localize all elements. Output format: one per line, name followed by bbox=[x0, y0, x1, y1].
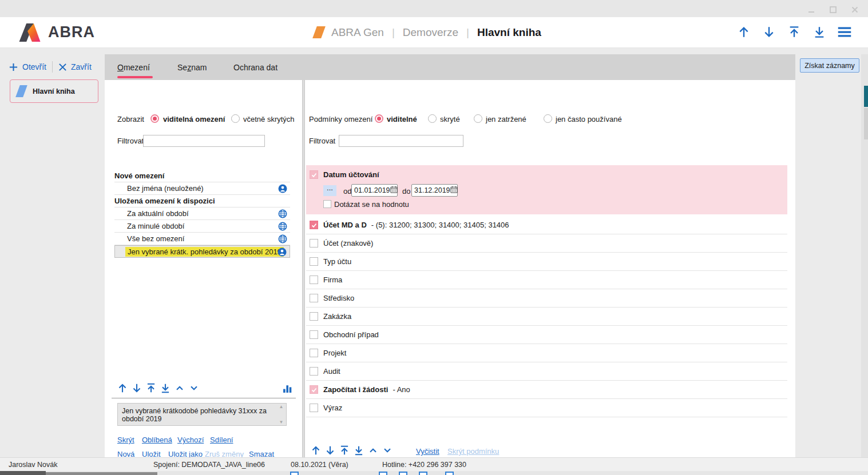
condition-vyraz[interactable]: Výraz bbox=[306, 399, 787, 417]
clear-link[interactable]: Vyčistit bbox=[416, 447, 439, 456]
taskbar-icon bbox=[399, 472, 407, 475]
date-from-input[interactable]: 01.01.2019 bbox=[351, 184, 398, 197]
user-icon bbox=[278, 184, 287, 193]
move-down-icon[interactable] bbox=[324, 444, 336, 457]
list-item-za-minule-obdobi[interactable]: Za minulé období bbox=[114, 220, 290, 233]
checkbox[interactable] bbox=[310, 276, 318, 284]
list-item-za-aktualni-obdobi[interactable]: Za aktuální období bbox=[114, 207, 290, 220]
radio-conditions-hidden[interactable] bbox=[428, 114, 437, 123]
ask-for-value-checkbox[interactable] bbox=[323, 200, 331, 208]
app-flag-icon bbox=[312, 26, 326, 38]
radio-visible-restrictions-label[interactable]: viditelná omezení bbox=[163, 115, 225, 123]
chart-icon[interactable] bbox=[281, 382, 294, 394]
checkbox-checked[interactable] bbox=[310, 170, 318, 179]
checkbox[interactable] bbox=[310, 294, 318, 302]
calendar-icon[interactable] bbox=[390, 186, 398, 195]
condition-typ-uctu[interactable]: Typ účtu bbox=[306, 253, 787, 271]
radio-conditions-frequent-label[interactable]: jen často používané bbox=[556, 115, 622, 123]
move-top-icon[interactable] bbox=[338, 444, 351, 457]
conditions-filter-input[interactable] bbox=[339, 135, 463, 147]
checkbox[interactable] bbox=[310, 330, 318, 339]
list-item-jen-vybrane-pohledavky[interactable]: Jen vybrané krátk. pohledávky za období … bbox=[114, 245, 290, 258]
condition-projekt[interactable]: Projekt bbox=[306, 344, 787, 362]
radio-visible-restrictions[interactable] bbox=[150, 114, 159, 123]
condition-ucet-md-a-d[interactable]: Účet MD a D - (5): 31200; 31300; 31400; … bbox=[306, 216, 787, 234]
sidebar-item-hlavni-kniha[interactable]: Hlavní kniha bbox=[10, 79, 98, 103]
filter-label: Filtrovat bbox=[309, 137, 335, 145]
maximize-icon[interactable] bbox=[827, 3, 839, 16]
move-down-icon[interactable] bbox=[130, 382, 143, 394]
status-connection: Spojení: DEMODATA_JAVA_line06 bbox=[153, 461, 265, 469]
navigate-up-icon[interactable] bbox=[736, 25, 751, 39]
tab-ochrana-dat[interactable]: Ochrana dat bbox=[233, 54, 278, 80]
favorite-link[interactable]: Oblíbená bbox=[142, 436, 172, 444]
restriction-description-box[interactable]: Jen vybrané krátkodobé pohledávky 31xxx … bbox=[117, 403, 287, 426]
get-records-button[interactable]: Získat záznamy bbox=[800, 58, 859, 73]
hide-link[interactable]: Skrýt bbox=[117, 436, 134, 444]
date-to-input[interactable]: 31.12.2019 bbox=[411, 184, 458, 197]
restrictions-filter-input[interactable] bbox=[143, 135, 265, 147]
radio-including-hidden-label[interactable]: včetně skrytých bbox=[243, 115, 295, 123]
radio-conditions-visible-label[interactable]: viditelné bbox=[387, 115, 417, 123]
collapse-icon[interactable] bbox=[173, 382, 186, 394]
minimize-icon[interactable] bbox=[805, 3, 818, 16]
restriction-description: Jen vybrané krátkodobé pohledávky 31xxx … bbox=[122, 407, 276, 423]
move-up-icon[interactable] bbox=[310, 444, 322, 457]
checkbox[interactable] bbox=[310, 367, 318, 376]
move-bottom-icon[interactable] bbox=[159, 382, 172, 394]
scrollbar[interactable]: ▲▼ bbox=[277, 404, 286, 425]
default-link[interactable]: Výchozí bbox=[177, 436, 204, 444]
expand-icon[interactable] bbox=[188, 382, 200, 394]
panel-divider bbox=[302, 80, 305, 457]
close-icon[interactable] bbox=[849, 3, 861, 16]
condition-zapocitat-i-zadosti[interactable]: Započítat i žádosti - Ano bbox=[306, 381, 787, 399]
breadcrumb-separator: | bbox=[466, 26, 469, 39]
sharing-link[interactable]: Sdílení bbox=[210, 436, 233, 444]
condition-stredisko[interactable]: Středisko bbox=[306, 289, 787, 308]
radio-conditions-checked-only-label[interactable]: jen zatržené bbox=[486, 115, 526, 123]
date-range-more-button[interactable]: ... bbox=[323, 185, 336, 196]
move-bottom-icon[interactable] bbox=[352, 444, 365, 457]
filter-label: Filtrovat bbox=[117, 137, 144, 145]
to-label: do bbox=[402, 187, 410, 195]
navigate-down-icon[interactable] bbox=[762, 25, 776, 39]
taskbar-sliver bbox=[0, 471, 868, 475]
condition-firma[interactable]: Firma bbox=[306, 271, 787, 289]
list-item-bez-jmena[interactable]: Bez jména (neuložené) bbox=[114, 182, 290, 195]
checkbox[interactable] bbox=[310, 404, 318, 412]
checkbox[interactable] bbox=[310, 239, 318, 248]
checkbox-checked[interactable] bbox=[310, 385, 318, 394]
menu-icon[interactable] bbox=[837, 25, 852, 39]
collapse-icon[interactable] bbox=[367, 444, 379, 457]
checkbox[interactable] bbox=[310, 349, 318, 357]
checkbox[interactable] bbox=[310, 257, 318, 266]
ask-for-value-label[interactable]: Dotázat se na hodnotu bbox=[334, 200, 409, 209]
calendar-icon[interactable] bbox=[450, 186, 458, 195]
condition-ucet-znakove[interactable]: Účet (znakově) bbox=[306, 234, 787, 253]
checkbox[interactable] bbox=[310, 312, 318, 321]
expand-icon[interactable] bbox=[381, 444, 394, 457]
taskbar-edge bbox=[0, 471, 46, 475]
move-top-icon[interactable] bbox=[145, 382, 157, 394]
date-from-value: 01.01.2019 bbox=[354, 186, 390, 194]
condition-audit[interactable]: Audit bbox=[306, 362, 787, 381]
tab-seznam[interactable]: Seznam bbox=[177, 54, 207, 80]
navigate-top-icon[interactable] bbox=[787, 25, 802, 39]
open-button[interactable]: Otevřít bbox=[9, 62, 46, 72]
radio-including-hidden[interactable] bbox=[231, 114, 240, 123]
close-button-label: Zavřít bbox=[71, 62, 92, 71]
condition-zakazka[interactable]: Zakázka bbox=[306, 308, 787, 326]
user-icon bbox=[278, 248, 287, 257]
abra-logo-icon bbox=[17, 22, 43, 42]
list-item-vse-bez-omezeni[interactable]: Vše bez omezení bbox=[114, 233, 290, 245]
radio-conditions-hidden-label[interactable]: skryté bbox=[440, 115, 460, 123]
radio-conditions-frequent[interactable] bbox=[544, 114, 552, 123]
navigate-bottom-icon[interactable] bbox=[812, 25, 827, 39]
checkbox-checked[interactable] bbox=[310, 221, 318, 229]
close-book-button[interactable]: Zavřít bbox=[58, 62, 92, 71]
condition-obchodni-pripad[interactable]: Obchodní případ bbox=[306, 326, 787, 344]
move-up-icon[interactable] bbox=[116, 382, 129, 394]
radio-conditions-visible[interactable] bbox=[375, 114, 383, 123]
right-edge-scrollbar[interactable] bbox=[864, 86, 868, 107]
radio-conditions-checked-only[interactable] bbox=[474, 114, 482, 123]
